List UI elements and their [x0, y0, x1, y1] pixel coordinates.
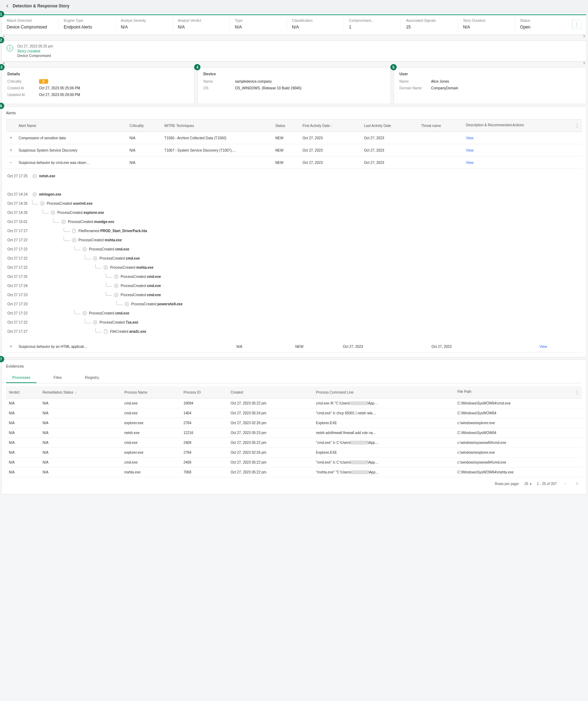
tree-row[interactable]: Oct 27 17:24 ProcessCreated cmd.exe — [7, 282, 581, 289]
tree-row[interactable]: Oct 27 14:26 ProcessCreated userinit.exe — [7, 200, 581, 207]
more-actions-button[interactable]: ⋮ — [572, 20, 581, 29]
alerts-row[interactable]: + Suspicious System Service Discovery N/… — [6, 144, 582, 157]
tree-row[interactable]: Oct 27 17:22 ProcessCreated cmd.exe — [7, 246, 581, 253]
story-title[interactable]: Story created — [17, 49, 53, 53]
tree-node-label: winlogon.exe — [39, 192, 61, 196]
kebab-icon[interactable]: ⋮ — [575, 390, 579, 395]
alerts-column-header[interactable]: Alert Name — [16, 120, 127, 132]
scroll-indicator[interactable] — [1, 62, 587, 65]
tree-row[interactable]: Oct 27 17:25 ProcessCreated cmd.exe — [7, 273, 581, 280]
alerts-column-header[interactable]: Criticality — [127, 120, 161, 132]
tree-row[interactable]: Oct 27 15:01 ProcessCreated msedge.exe — [7, 218, 581, 225]
tree-row[interactable]: Oct 27 17:23 ProcessCreated powershell.e… — [7, 300, 581, 307]
alert-name: Suspicious System Service Discovery — [16, 144, 127, 157]
tree-row[interactable]: Oct 27 17:23 ProcessCreated cmd.exe — [7, 291, 581, 298]
evidence-column-header[interactable]: File Path ⋮ — [455, 386, 582, 399]
alert-mitre: T1560 - Archive Collected Data (T1560) — [161, 132, 272, 144]
evidence-column-header[interactable]: Remediation Status ↑ — [40, 386, 121, 399]
alerts-column-header[interactable]: Last Activity Date — [361, 120, 418, 132]
tree-row[interactable]: Oct 27 17:25 netsh.exe — [7, 172, 581, 179]
view-link[interactable]: View — [539, 345, 547, 349]
tree-timestamp: Oct 27 17:23 — [7, 302, 32, 306]
alerts-column-header[interactable]: Status — [273, 120, 300, 132]
summary-label: Attack Detected: — [7, 19, 53, 23]
evidence-row[interactable]: N/A N/A mshta.exe 7068 Oct 27, 2023 05:2… — [6, 467, 582, 477]
evidence-row[interactable]: N/A N/A cmd.exe 2408 Oct 27, 2023 05:22 … — [6, 438, 582, 448]
tree-row[interactable]: Oct 27 14:24 winlogon.exe — [7, 191, 581, 198]
view-link[interactable]: View — [466, 148, 474, 152]
pager-prev[interactable] — [562, 480, 569, 487]
alert-threat — [418, 144, 463, 157]
ev-verdict: N/A — [6, 438, 40, 448]
alerts-row[interactable]: + Compression of sensitive data N/A T156… — [6, 132, 582, 144]
ev-filepath: c:\windows\syswow64\cmd.exe — [455, 458, 582, 467]
kebab-icon[interactable]: ⋮ — [575, 123, 579, 128]
evidences-tabs: ProcessesFilesRegistry — [6, 372, 582, 383]
alert-criticality: N/A — [127, 132, 161, 144]
tree-row[interactable]: Oct 27 17:22 ProcessCreated 7za.exe — [7, 319, 581, 326]
summary-value: N/A — [463, 25, 510, 30]
ev-verdict: N/A — [6, 418, 40, 428]
details-title: Details — [7, 72, 188, 76]
tree-row[interactable] — [7, 181, 581, 189]
alerts-column-header[interactable] — [6, 120, 16, 132]
alerts-column-header[interactable]: MITRE Techniques — [161, 120, 272, 132]
evidence-column-header[interactable]: Process Command Line — [313, 386, 455, 399]
scroll-indicator[interactable] — [1, 35, 587, 38]
alerts-row[interactable]: − Suspicious behavior by cmd.exe was obs… — [6, 157, 582, 169]
evidence-column-header[interactable]: Verdict — [6, 386, 40, 399]
evidence-row[interactable]: N/A N/A cmd.exe 1464 Oct 27, 2023 05:24 … — [6, 408, 582, 418]
device-name-label: Name — [203, 79, 235, 83]
evidence-row[interactable]: N/A N/A cmd.exe 2408 Oct 27, 2023 05:22 … — [6, 458, 582, 467]
pager-next[interactable] — [574, 480, 581, 487]
evidence-row[interactable]: N/A N/A cmd.exe 18084 Oct 27, 2023 05:22… — [6, 399, 582, 408]
evidence-row[interactable]: N/A N/A netsh.exe 12216 Oct 27, 2023 05:… — [6, 428, 582, 438]
alerts-column-header[interactable]: Threat name — [418, 120, 463, 132]
expand-icon[interactable]: − — [9, 160, 12, 165]
redacted-text: aa — [351, 441, 368, 445]
rows-per-page-value[interactable]: 25 ▼ — [524, 482, 532, 486]
evidence-column-header[interactable]: Process Name — [121, 386, 180, 399]
ev-process-name: cmd.exe — [121, 458, 180, 467]
tab-processes[interactable]: Processes — [6, 372, 37, 383]
tree-timestamp: Oct 27 17:25 — [7, 275, 32, 279]
expand-icon[interactable]: + — [9, 344, 12, 349]
tree-row[interactable]: Oct 27 14:26 ProcessCreated explorer.exe — [7, 209, 581, 216]
gear-icon — [114, 292, 119, 297]
ev-created: Oct 27, 2023 05:24 pm — [228, 408, 313, 418]
redacted-text: aa — [352, 470, 368, 474]
expand-icon[interactable]: + — [9, 148, 12, 153]
ev-filepath: c:\windows\syswow64\cmd.exe — [455, 438, 582, 448]
back-button[interactable] — [4, 3, 11, 9]
evidence-row[interactable]: N/A N/A explorer.exe 2784 Oct 27, 2023 0… — [6, 448, 582, 458]
tree-row[interactable]: Oct 27 17:27 FileCreated aria2c.exe — [7, 328, 581, 335]
tree-row[interactable]: Oct 27 17:22 ProcessCreated mshta.exe — [7, 236, 581, 243]
alert-first: Oct 27, 2023 — [340, 340, 429, 353]
sort-arrow-icon: ↑ — [75, 391, 77, 394]
svg-point-10 — [115, 285, 116, 286]
tree-row[interactable]: Oct 27 17:22 ProcessCreated cmd.exe — [7, 255, 581, 262]
alerts-column-header[interactable]: Description & Recommended Actions ⋮ — [463, 120, 582, 132]
svg-point-2 — [41, 203, 43, 204]
view-link[interactable]: View — [466, 136, 474, 140]
evidence-column-header[interactable]: Process ID — [181, 386, 228, 399]
ev-cmdline: netsh advfirewall firewall add rule na… — [313, 428, 455, 438]
tree-row[interactable]: Oct 27 17:27 FileRenamed PROD_Start_Driv… — [7, 227, 581, 234]
view-link[interactable]: View — [466, 161, 474, 165]
alerts-card: Alerts Alert NameCriticalityMITRE Techni… — [1, 106, 587, 357]
evidence-column-header[interactable]: Created — [228, 386, 313, 399]
ev-created: Oct 27, 2023 05:22 pm — [228, 458, 313, 467]
svg-point-1 — [34, 193, 35, 195]
tab-registry[interactable]: Registry — [79, 372, 106, 383]
alerts-row[interactable]: + Suspicious behavior by an HTML applica… — [6, 340, 582, 353]
alerts-column-header[interactable]: First Activity Date↑ — [300, 120, 361, 132]
process-tree: Oct 27 17:25 netsh.exeOct 27 14:24 winlo… — [6, 169, 582, 340]
svg-point-8 — [105, 267, 106, 268]
tree-row[interactable]: Oct 27 17:22 ProcessCreated cmd.exe — [7, 310, 581, 317]
tree-row[interactable]: Oct 27 17:22 ProcessCreated mshta.exe — [7, 264, 581, 271]
tab-files[interactable]: Files — [47, 372, 68, 383]
expand-icon[interactable]: + — [9, 135, 12, 140]
story-card: 1 Oct 27, 2023 05:25 pm Story created De… — [1, 40, 587, 62]
gear-icon — [71, 237, 76, 242]
evidence-row[interactable]: N/A N/A explorer.exe 2784 Oct 27, 2023 0… — [6, 418, 582, 428]
